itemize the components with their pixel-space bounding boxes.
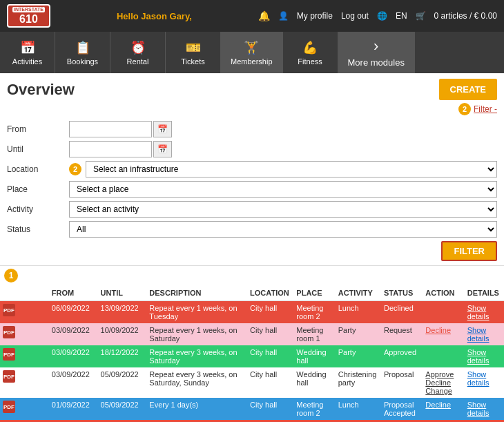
action-link[interactable]: Approve: [425, 370, 461, 378]
cell-location: City hall: [247, 301, 293, 324]
greeting: Hello Jason Gary,: [117, 11, 192, 21]
show-details-link[interactable]: Show details: [467, 304, 490, 320]
cell-until: 13/09/2022: [98, 301, 147, 324]
table-row: PDF06/09/202213/09/2022Repeat every 1 we…: [0, 301, 504, 324]
status-select[interactable]: All: [69, 221, 497, 238]
cell-location: City hall: [247, 367, 293, 398]
status-select-container: All: [69, 221, 497, 238]
location-label: Location: [7, 164, 69, 174]
until-calendar-button[interactable]: 📅: [153, 141, 172, 157]
pdf-icon[interactable]: PDF: [3, 304, 15, 316]
data-table: FROM UNTIL DESCRIPTION LOCATION PLACE AC…: [0, 285, 504, 422]
cell-status: Proposal Accepted: [381, 398, 423, 420]
cell-action: [423, 345, 464, 367]
cell-from: 03/09/2022: [49, 345, 98, 367]
cell-action: [423, 301, 464, 324]
globe-icon: 🌐: [377, 11, 387, 21]
activity-label: Activity: [7, 204, 69, 214]
cell-details[interactable]: Show details: [465, 323, 504, 345]
main-content: Overview CREATE 2 Filter - From 📅 Until …: [0, 73, 504, 422]
cell-status: Proposal: [381, 367, 423, 398]
pdf-icon[interactable]: PDF: [3, 326, 15, 338]
show-details-link[interactable]: Show details: [467, 401, 490, 417]
location-badge: 2: [69, 163, 81, 175]
until-input[interactable]: [69, 141, 152, 157]
cell-activity: Party: [336, 323, 381, 345]
fitness-icon: 💪: [302, 40, 318, 55]
overview-header: Overview CREATE: [0, 73, 504, 103]
cell-details[interactable]: Show details: [465, 301, 504, 324]
action-link[interactable]: Decline: [425, 326, 461, 334]
pdf-icon[interactable]: PDF: [3, 370, 15, 383]
create-button[interactable]: CREATE: [439, 79, 497, 100]
action-link[interactable]: Decline: [425, 378, 461, 387]
membership-icon: 🏋: [244, 40, 259, 55]
cell-place: Meeting room 2: [293, 301, 335, 324]
location-select-container: Select an infrastructure: [86, 161, 497, 178]
filter-button[interactable]: FILTER: [441, 241, 497, 261]
filter-count-badge: 2: [458, 103, 471, 115]
page-title: Overview: [7, 81, 75, 99]
cart-label[interactable]: 0 articles / € 0.00: [434, 11, 497, 21]
cell-description: Every 1 day(s): [146, 398, 247, 420]
tab-activities[interactable]: 📅 Activities: [0, 32, 55, 73]
language-selector[interactable]: EN: [396, 11, 407, 21]
my-profile-link[interactable]: My profile: [297, 11, 333, 21]
tab-membership[interactable]: 🏋 Membership: [221, 32, 283, 73]
from-input[interactable]: [69, 121, 152, 137]
location-row: Location 2 Select an infrastructure: [7, 161, 497, 178]
logo-number: 610: [19, 13, 38, 26]
show-details-link[interactable]: Show details: [467, 326, 490, 343]
table-row: PDF03/09/202218/12/2022Repeat every 3 we…: [0, 345, 504, 367]
cell-action: Decline: [423, 398, 464, 420]
tab-bookings-label: Bookings: [67, 57, 98, 66]
action-link[interactable]: Decline: [425, 401, 461, 409]
cart-icon: 🛒: [416, 11, 426, 21]
tab-fitness[interactable]: 💪 Fitness: [283, 32, 338, 73]
cell-until: 05/09/2022: [98, 367, 147, 398]
pdf-cell: PDF: [0, 345, 49, 367]
pdf-cell: PDF: [0, 398, 49, 420]
filter-link-row: 2 Filter -: [0, 103, 504, 115]
activity-row: Activity Select an activity: [7, 201, 497, 218]
filter-toggle-link[interactable]: Filter -: [474, 104, 497, 114]
table-section: 1 FROM UNTIL DESCRIPTION LOCATION PLACE …: [0, 266, 504, 422]
bell-icon[interactable]: 🔔: [258, 10, 270, 21]
cell-action: ApproveDeclineChange: [423, 367, 464, 398]
cell-description: Repeat every 1 weeks, on Tuesday: [146, 301, 247, 324]
logo: INTERSTATE 610: [7, 4, 50, 28]
col-header-loc: LOCATION: [247, 285, 293, 301]
col-header-status: STATUS: [381, 285, 423, 301]
tab-bookings[interactable]: 📋 Bookings: [55, 32, 110, 73]
pdf-cell: PDF: [0, 323, 49, 345]
profile-icon: 👤: [278, 11, 289, 21]
col-header-from: [0, 285, 49, 301]
cell-activity: Lunch: [336, 301, 381, 324]
col-header-place: PLACE: [293, 285, 335, 301]
logout-link[interactable]: Log out: [341, 11, 369, 21]
action-link[interactable]: Change: [425, 387, 461, 395]
cell-from: 01/09/2022: [49, 398, 98, 420]
location-select[interactable]: Select an infrastructure: [86, 161, 497, 178]
show-details-link[interactable]: Show details: [467, 348, 490, 365]
place-select[interactable]: Select a place: [69, 181, 497, 198]
table-row: PDF01/09/202205/09/2022Every 1 day(s)Cit…: [0, 398, 504, 420]
more-modules-icon: ›: [374, 37, 378, 55]
tab-rental[interactable]: ⏰ Rental: [110, 32, 166, 73]
show-details-link[interactable]: Show details: [467, 370, 490, 387]
tab-more-modules[interactable]: › More modules: [338, 32, 415, 73]
cell-location: City hall: [247, 398, 293, 420]
step1-badge: 1: [4, 269, 18, 282]
cell-details[interactable]: Show details: [465, 398, 504, 420]
cell-details[interactable]: Show details: [465, 367, 504, 398]
nav-tabs: 📅 Activities 📋 Bookings ⏰ Rental 🎫 Ticke…: [0, 32, 504, 73]
tab-fitness-label: Fitness: [298, 57, 322, 66]
tab-tickets[interactable]: 🎫 Tickets: [166, 32, 221, 73]
activity-select[interactable]: Select an activity: [69, 201, 497, 218]
cell-details[interactable]: Show details: [465, 345, 504, 367]
filter-btn-row: FILTER: [7, 241, 497, 261]
pdf-icon[interactable]: PDF: [3, 348, 15, 361]
pdf-icon[interactable]: PDF: [3, 401, 15, 413]
filter-form: From 📅 Until 📅 Location 2 Select an infr…: [0, 118, 504, 266]
from-calendar-button[interactable]: 📅: [153, 121, 172, 137]
